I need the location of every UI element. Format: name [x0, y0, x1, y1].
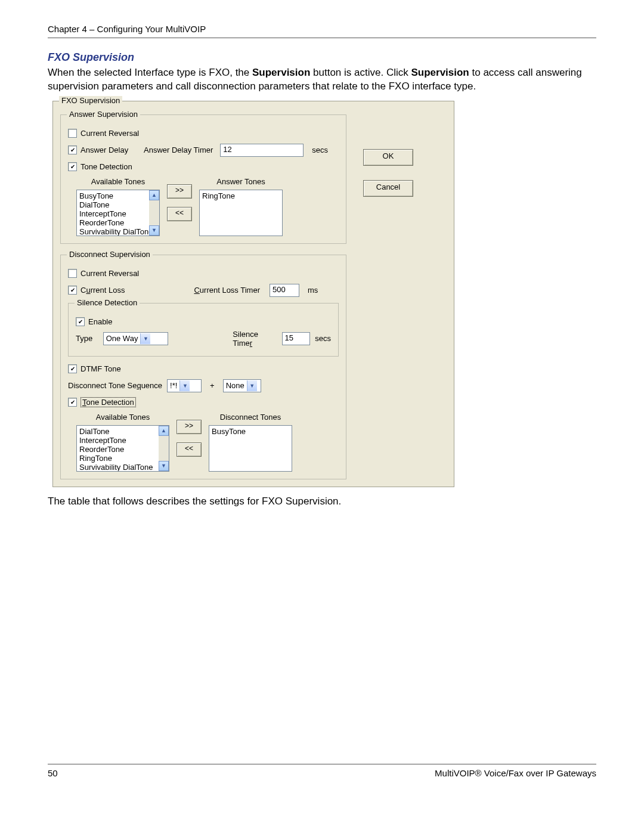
- current-loss-timer-input[interactable]: 500: [270, 284, 299, 297]
- silence-detection-group: Silence Detection Enable Type One Way ▼: [68, 303, 339, 357]
- silence-enable-checkbox[interactable]: [76, 317, 85, 326]
- current-loss-label: Current Loss: [80, 286, 125, 295]
- answer-delay-checkbox[interactable]: [68, 145, 77, 154]
- list-item[interactable]: ReorderTone: [79, 445, 169, 454]
- scroll-down-icon[interactable]: ▼: [159, 461, 169, 471]
- answer-tones-label: Answer Tones: [199, 177, 283, 186]
- disc-move-left-button[interactable]: <<: [177, 442, 202, 457]
- fxo-supervision-legend: FXO Supervision: [59, 96, 122, 105]
- chevron-down-icon[interactable]: ▼: [140, 333, 150, 344]
- chevron-down-icon[interactable]: ▼: [179, 380, 190, 391]
- page-number: 50: [48, 768, 58, 778]
- ms-label: ms: [308, 286, 318, 295]
- disc-move-right-button[interactable]: >>: [177, 420, 202, 434]
- intro-bold-1: Supervision: [252, 67, 310, 78]
- chevron-down-icon[interactable]: ▼: [247, 380, 257, 391]
- tone-detection-label: Tone Detection: [80, 162, 132, 171]
- current-loss-checkbox[interactable]: [68, 286, 77, 295]
- disconnect-sequence-label: Disconnect Tone Sequence: [68, 381, 162, 390]
- intro-bold-2: Supervision: [411, 67, 469, 78]
- footer-product: MultiVOIP® Voice/Fax over IP Gateways: [435, 768, 596, 778]
- available-tones-list[interactable]: BusyTone DialTone InterceptTone ReorderT…: [76, 190, 160, 236]
- disconnect-seq1-value: !*!: [170, 381, 177, 390]
- disc-tone-detection-checkbox[interactable]: [68, 398, 77, 407]
- answer-supervision-legend: Answer Supervision: [67, 110, 140, 119]
- move-left-button[interactable]: <<: [167, 207, 192, 221]
- list-item[interactable]: DialTone: [79, 200, 159, 209]
- list-item[interactable]: Survivability DialTone: [79, 463, 169, 472]
- disconnect-supervision-legend: Disconnect Supervision: [67, 250, 153, 259]
- secs-label: secs: [312, 145, 328, 154]
- chapter-header: Chapter 4 – Configuring Your MultiVOIP: [48, 24, 596, 38]
- answer-tones-list[interactable]: RingTone: [199, 190, 283, 236]
- disconnect-seq2-value: None: [226, 381, 244, 390]
- list-item[interactable]: Survivability DialTone: [79, 227, 159, 236]
- list-item[interactable]: ReorderTone: [79, 218, 159, 227]
- list-item[interactable]: BusyTone: [212, 427, 292, 436]
- list-item[interactable]: DialTone: [79, 427, 169, 436]
- dtmf-tone-checkbox[interactable]: [68, 364, 77, 373]
- scroll-up-icon[interactable]: ▲: [149, 190, 159, 200]
- list-item[interactable]: RingTone: [202, 191, 282, 200]
- disc-tone-detection-label: Tone Detection: [80, 397, 136, 407]
- move-right-button[interactable]: >>: [167, 184, 192, 199]
- available-tones-label: Available Tones: [76, 177, 160, 186]
- disc-current-reversal-checkbox[interactable]: [68, 269, 77, 278]
- silence-type-value: One Way: [106, 334, 138, 343]
- disconnect-seq1-select[interactable]: !*! ▼: [167, 379, 202, 392]
- secs-label: secs: [315, 334, 331, 343]
- scrollbar[interactable]: ▲ ▼: [159, 426, 169, 471]
- plus-icon: +: [210, 381, 215, 390]
- dtmf-tone-label: DTMF Tone: [80, 364, 121, 373]
- list-item[interactable]: RingTone: [79, 454, 169, 463]
- silence-type-label: Type: [76, 334, 98, 343]
- answer-supervision-group: Answer Supervision Current Reversal Answ…: [60, 114, 346, 244]
- disc-available-tones-list[interactable]: DialTone InterceptTone ReorderTone RingT…: [76, 425, 169, 472]
- current-loss-timer-label: Current Loss Timer: [194, 286, 260, 295]
- current-reversal-label: Current Reversal: [80, 129, 139, 138]
- disconnect-tones-list[interactable]: BusyTone: [209, 425, 292, 472]
- disconnect-seq2-select[interactable]: None ▼: [223, 379, 261, 392]
- scroll-up-icon[interactable]: ▲: [159, 426, 169, 436]
- silence-enable-label: Enable: [88, 317, 112, 326]
- answer-delay-timer-label: Answer Delay Timer: [144, 145, 213, 154]
- intro-text: button is active. Click: [310, 67, 411, 78]
- silence-detection-legend: Silence Detection: [75, 298, 140, 307]
- after-paragraph: The table that follows describes the set…: [48, 496, 596, 507]
- list-item[interactable]: InterceptTone: [79, 209, 159, 218]
- list-item[interactable]: InterceptTone: [79, 436, 169, 445]
- section-title: FXO Supervision: [48, 51, 596, 64]
- disconnect-tones-label: Disconnect Tones: [209, 413, 292, 422]
- answer-delay-timer-input[interactable]: 12: [220, 144, 304, 157]
- scrollbar[interactable]: ▲ ▼: [149, 190, 159, 236]
- disc-available-tones-label: Available Tones: [76, 413, 169, 422]
- disconnect-supervision-group: Disconnect Supervision Current Reversal …: [60, 255, 346, 479]
- fxo-supervision-group: FXO Supervision Answer Supervision Curre…: [52, 101, 454, 487]
- answer-delay-label: Answer Delay: [80, 145, 140, 154]
- list-item[interactable]: BusyTone: [79, 191, 159, 200]
- intro-text: When the selected Interface type is FXO,…: [48, 67, 252, 78]
- cancel-button[interactable]: Cancel: [363, 180, 413, 197]
- silence-timer-label: Silence Timer: [233, 330, 277, 348]
- intro-paragraph: When the selected Interface type is FXO,…: [48, 66, 596, 94]
- current-reversal-checkbox[interactable]: [68, 129, 77, 138]
- scroll-down-icon[interactable]: ▼: [149, 225, 159, 236]
- silence-timer-input[interactable]: 15: [282, 332, 311, 345]
- tone-detection-checkbox[interactable]: [68, 162, 77, 171]
- ok-button[interactable]: OK: [363, 149, 413, 166]
- disc-current-reversal-label: Current Reversal: [80, 269, 139, 278]
- silence-type-select[interactable]: One Way ▼: [103, 332, 169, 345]
